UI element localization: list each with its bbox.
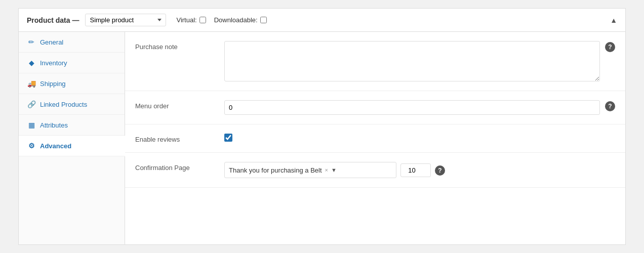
- product-data-panel: Product data — Simple product Virtual: D…: [18, 8, 626, 245]
- downloadable-checkbox-label[interactable]: Downloadable:: [214, 16, 267, 24]
- purchase-note-input-wrap: ?: [224, 41, 615, 81]
- product-data-body: ✏ General ◆ Inventory 🚚 Shipping 🔗 Linke…: [19, 32, 625, 244]
- menu-order-help-icon[interactable]: ?: [605, 101, 615, 111]
- sidebar-label-attributes: Attributes: [40, 121, 68, 129]
- sidebar-item-linked-products[interactable]: 🔗 Linked Products: [19, 94, 125, 115]
- tag-close-icon[interactable]: ×: [325, 167, 328, 173]
- virtual-label: Virtual:: [176, 16, 196, 24]
- sidebar-label-shipping: Shipping: [40, 80, 66, 88]
- downloadable-checkbox[interactable]: [260, 17, 267, 23]
- virtual-checkbox[interactable]: [199, 17, 206, 23]
- menu-order-label: Menu order: [135, 100, 216, 110]
- enable-reviews-row: Enable reviews: [125, 124, 625, 153]
- purchase-note-help-icon[interactable]: ?: [605, 42, 615, 52]
- sidebar-item-attributes[interactable]: ▦ Attributes: [19, 115, 125, 136]
- purchase-note-row: Purchase note ?: [125, 32, 625, 91]
- confirmation-page-wrap: Thank you for purchasing a Belt × ▼ ?: [224, 162, 615, 178]
- confirmation-page-help-icon[interactable]: ?: [435, 165, 445, 176]
- downloadable-label: Downloadable:: [214, 16, 258, 24]
- grid-icon: ▦: [27, 121, 36, 129]
- enable-reviews-label: Enable reviews: [135, 134, 216, 143]
- collapse-button[interactable]: ▲: [610, 16, 617, 24]
- virtual-checkbox-label[interactable]: Virtual:: [176, 16, 206, 24]
- sidebar-label-inventory: Inventory: [40, 59, 67, 67]
- purchase-note-textarea[interactable]: [224, 41, 600, 81]
- sidebar-item-inventory[interactable]: ◆ Inventory: [19, 53, 125, 73]
- truck-icon: 🚚: [27, 79, 36, 88]
- enable-reviews-checkbox[interactable]: [224, 134, 232, 142]
- gear-icon: ⚙: [27, 142, 36, 150]
- product-data-header: Product data — Simple product Virtual: D…: [19, 9, 625, 32]
- sidebar-item-general[interactable]: ✏ General: [19, 32, 125, 53]
- confirmation-page-label: Confirmation Page: [135, 162, 216, 172]
- purchase-note-label: Purchase note: [135, 41, 216, 51]
- confirmation-page-input-wrap: Thank you for purchasing a Belt × ▼ ?: [224, 162, 615, 178]
- confirmation-page-order-input[interactable]: [400, 163, 431, 177]
- enable-reviews-input-wrap: [224, 134, 615, 142]
- confirmation-page-value: Thank you for purchasing a Belt: [229, 166, 322, 174]
- menu-order-input[interactable]: [224, 100, 600, 115]
- sidebar-label-general: General: [40, 38, 63, 46]
- sidebar: ✏ General ◆ Inventory 🚚 Shipping 🔗 Linke…: [19, 32, 125, 244]
- sidebar-label-linked-products: Linked Products: [40, 101, 87, 108]
- menu-order-row: Menu order ?: [125, 91, 625, 124]
- sidebar-label-advanced: Advanced: [40, 142, 71, 150]
- sidebar-item-advanced[interactable]: ⚙ Advanced: [19, 136, 125, 156]
- product-type-select[interactable]: Simple product: [85, 14, 166, 26]
- confirmation-page-row: Confirmation Page Thank you for purchasi…: [125, 153, 625, 188]
- product-data-title: Product data —: [27, 16, 79, 24]
- pencil-icon: ✏: [27, 38, 36, 46]
- header-checkboxes: Virtual: Downloadable:: [176, 16, 266, 24]
- main-content: Purchase note ? Menu order ? Enable revi…: [125, 32, 625, 244]
- sidebar-item-shipping[interactable]: 🚚 Shipping: [19, 73, 125, 94]
- menu-order-input-wrap: ?: [224, 100, 615, 115]
- link-icon: 🔗: [27, 100, 36, 108]
- tag-dropdown-icon[interactable]: ▼: [331, 167, 337, 173]
- diamond-icon: ◆: [27, 59, 36, 67]
- confirmation-page-select[interactable]: Thank you for purchasing a Belt × ▼: [224, 162, 396, 178]
